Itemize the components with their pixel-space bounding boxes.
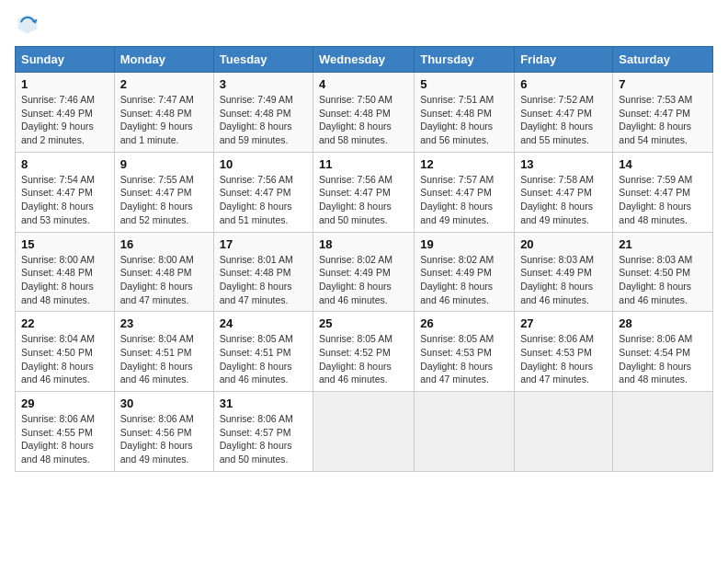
day-number: 8 (21, 157, 108, 171)
day-number: 14 (619, 157, 707, 171)
day-number: 18 (319, 237, 408, 251)
day-info: Sunrise: 8:05 AMSunset: 4:51 PMDaylight:… (220, 333, 293, 385)
weekday-header-friday: Friday (515, 47, 613, 73)
calendar-cell: 12Sunrise: 7:57 AMSunset: 4:47 PMDayligh… (415, 152, 515, 232)
day-number: 11 (319, 157, 408, 171)
calendar-cell (415, 392, 515, 472)
header (15, 11, 713, 37)
day-number: 6 (520, 77, 607, 91)
day-number: 5 (420, 77, 508, 91)
day-number: 27 (520, 316, 607, 330)
weekday-header-saturday: Saturday (613, 47, 713, 73)
day-info: Sunrise: 8:03 AMSunset: 4:49 PMDaylight:… (520, 254, 594, 305)
day-info: Sunrise: 7:50 AMSunset: 4:48 PMDaylight:… (319, 94, 392, 145)
day-info: Sunrise: 8:06 AMSunset: 4:53 PMDaylight:… (520, 333, 594, 385)
calendar-cell: 26Sunrise: 8:05 AMSunset: 4:53 PMDayligh… (415, 312, 515, 392)
day-number: 17 (220, 237, 307, 251)
calendar-cell: 22Sunrise: 8:04 AMSunset: 4:50 PMDayligh… (16, 312, 115, 392)
calendar-cell: 27Sunrise: 8:06 AMSunset: 4:53 PMDayligh… (515, 312, 613, 392)
calendar-cell: 9Sunrise: 7:55 AMSunset: 4:47 PMDaylight… (114, 152, 213, 232)
day-info: Sunrise: 7:58 AMSunset: 4:47 PMDaylight:… (520, 174, 594, 225)
logo-icon (15, 11, 40, 37)
calendar-cell: 11Sunrise: 7:56 AMSunset: 4:47 PMDayligh… (313, 152, 415, 232)
calendar-cell: 17Sunrise: 8:01 AMSunset: 4:48 PMDayligh… (213, 232, 313, 312)
calendar-cell: 13Sunrise: 7:58 AMSunset: 4:47 PMDayligh… (515, 152, 613, 232)
calendar-cell: 3Sunrise: 7:49 AMSunset: 4:48 PMDaylight… (213, 73, 313, 153)
day-info: Sunrise: 7:55 AMSunset: 4:47 PMDaylight:… (120, 174, 194, 225)
day-info: Sunrise: 7:49 AMSunset: 4:48 PMDaylight:… (220, 94, 293, 145)
day-info: Sunrise: 8:04 AMSunset: 4:50 PMDaylight:… (21, 333, 95, 385)
day-number: 20 (520, 237, 607, 251)
day-number: 4 (319, 77, 408, 91)
calendar-cell: 16Sunrise: 8:00 AMSunset: 4:48 PMDayligh… (114, 232, 213, 312)
calendar-cell (515, 392, 613, 472)
calendar-cell: 7Sunrise: 7:53 AMSunset: 4:47 PMDaylight… (613, 73, 713, 153)
day-info: Sunrise: 8:03 AMSunset: 4:50 PMDaylight:… (619, 254, 692, 305)
calendar-cell: 25Sunrise: 8:05 AMSunset: 4:52 PMDayligh… (313, 312, 415, 392)
day-number: 10 (220, 157, 307, 171)
calendar-cell: 5Sunrise: 7:51 AMSunset: 4:48 PMDaylight… (415, 73, 515, 153)
day-number: 15 (21, 237, 108, 251)
weekday-header-monday: Monday (114, 47, 213, 73)
day-info: Sunrise: 7:59 AMSunset: 4:47 PMDaylight:… (619, 174, 692, 225)
day-number: 25 (319, 316, 408, 330)
weekday-header-thursday: Thursday (415, 47, 515, 73)
day-number: 31 (220, 396, 307, 410)
calendar-cell: 19Sunrise: 8:02 AMSunset: 4:49 PMDayligh… (415, 232, 515, 312)
calendar-table: SundayMondayTuesdayWednesdayThursdayFrid… (15, 46, 713, 472)
day-number: 23 (120, 316, 208, 330)
day-info: Sunrise: 8:00 AMSunset: 4:48 PMDaylight:… (120, 254, 194, 305)
weekday-header-sunday: Sunday (16, 47, 115, 73)
calendar-week-row: 22Sunrise: 8:04 AMSunset: 4:50 PMDayligh… (16, 312, 713, 392)
weekday-header-tuesday: Tuesday (213, 47, 313, 73)
calendar-cell: 10Sunrise: 7:56 AMSunset: 4:47 PMDayligh… (213, 152, 313, 232)
calendar-cell: 29Sunrise: 8:06 AMSunset: 4:55 PMDayligh… (16, 392, 115, 472)
calendar-cell: 4Sunrise: 7:50 AMSunset: 4:48 PMDaylight… (313, 73, 415, 153)
day-number: 2 (120, 77, 208, 91)
calendar-cell: 21Sunrise: 8:03 AMSunset: 4:50 PMDayligh… (613, 232, 713, 312)
day-number: 19 (420, 237, 508, 251)
day-info: Sunrise: 7:54 AMSunset: 4:47 PMDaylight:… (21, 174, 95, 225)
calendar-cell: 2Sunrise: 7:47 AMSunset: 4:48 PMDaylight… (114, 73, 213, 153)
calendar-cell: 1Sunrise: 7:46 AMSunset: 4:49 PMDaylight… (16, 73, 115, 153)
logo (15, 11, 44, 37)
day-number: 9 (120, 157, 208, 171)
calendar-week-row: 29Sunrise: 8:06 AMSunset: 4:55 PMDayligh… (16, 392, 713, 472)
calendar-cell: 30Sunrise: 8:06 AMSunset: 4:56 PMDayligh… (114, 392, 213, 472)
day-info: Sunrise: 7:46 AMSunset: 4:49 PMDaylight:… (21, 94, 95, 145)
day-info: Sunrise: 7:52 AMSunset: 4:47 PMDaylight:… (520, 94, 594, 145)
calendar-week-row: 15Sunrise: 8:00 AMSunset: 4:48 PMDayligh… (16, 232, 713, 312)
day-number: 22 (21, 316, 108, 330)
calendar-cell: 20Sunrise: 8:03 AMSunset: 4:49 PMDayligh… (515, 232, 613, 312)
day-number: 12 (420, 157, 508, 171)
day-number: 1 (21, 77, 108, 91)
day-info: Sunrise: 8:06 AMSunset: 4:57 PMDaylight:… (220, 413, 293, 465)
day-number: 13 (520, 157, 607, 171)
day-info: Sunrise: 7:47 AMSunset: 4:48 PMDaylight:… (120, 94, 194, 145)
day-number: 21 (619, 237, 707, 251)
day-info: Sunrise: 8:04 AMSunset: 4:51 PMDaylight:… (120, 333, 194, 385)
day-info: Sunrise: 7:53 AMSunset: 4:47 PMDaylight:… (619, 94, 692, 145)
day-info: Sunrise: 8:02 AMSunset: 4:49 PMDaylight:… (420, 254, 494, 305)
day-number: 7 (619, 77, 707, 91)
day-info: Sunrise: 8:05 AMSunset: 4:53 PMDaylight:… (420, 333, 494, 385)
calendar-week-row: 8Sunrise: 7:54 AMSunset: 4:47 PMDaylight… (16, 152, 713, 232)
day-info: Sunrise: 7:57 AMSunset: 4:47 PMDaylight:… (420, 174, 494, 225)
weekday-header-row: SundayMondayTuesdayWednesdayThursdayFrid… (16, 47, 713, 73)
day-info: Sunrise: 7:56 AMSunset: 4:47 PMDaylight:… (220, 174, 293, 225)
calendar-cell: 18Sunrise: 8:02 AMSunset: 4:49 PMDayligh… (313, 232, 415, 312)
calendar-week-row: 1Sunrise: 7:46 AMSunset: 4:49 PMDaylight… (16, 73, 713, 153)
day-number: 26 (420, 316, 508, 330)
day-info: Sunrise: 7:51 AMSunset: 4:48 PMDaylight:… (420, 94, 494, 145)
day-info: Sunrise: 8:01 AMSunset: 4:48 PMDaylight:… (220, 254, 293, 305)
day-info: Sunrise: 8:06 AMSunset: 4:56 PMDaylight:… (120, 413, 194, 465)
day-info: Sunrise: 8:00 AMSunset: 4:48 PMDaylight:… (21, 254, 95, 305)
day-number: 24 (220, 316, 307, 330)
calendar-cell: 28Sunrise: 8:06 AMSunset: 4:54 PMDayligh… (613, 312, 713, 392)
calendar-cell: 6Sunrise: 7:52 AMSunset: 4:47 PMDaylight… (515, 73, 613, 153)
weekday-header-wednesday: Wednesday (313, 47, 415, 73)
day-info: Sunrise: 8:05 AMSunset: 4:52 PMDaylight:… (319, 333, 392, 385)
calendar-cell: 15Sunrise: 8:00 AMSunset: 4:48 PMDayligh… (16, 232, 115, 312)
day-number: 28 (619, 316, 707, 330)
calendar-cell: 8Sunrise: 7:54 AMSunset: 4:47 PMDaylight… (16, 152, 115, 232)
